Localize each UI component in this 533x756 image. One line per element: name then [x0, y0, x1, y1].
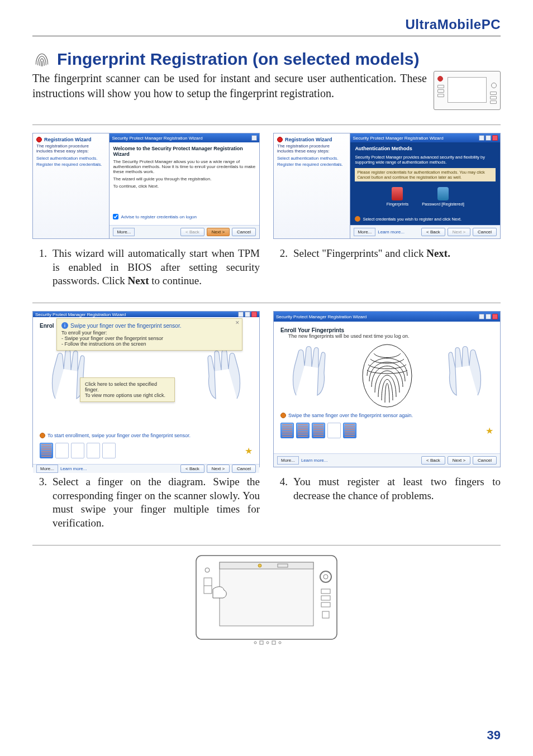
s1-body2: The wizard will guide you through the re…: [113, 176, 256, 181]
step-number: 1.: [32, 247, 53, 288]
next-button[interactable]: Next >: [448, 228, 470, 236]
cancel-button[interactable]: Cancel: [473, 228, 497, 236]
window-controls[interactable]: [479, 135, 498, 141]
star-icon: ★: [486, 425, 493, 436]
step-1: 1. This wizard will automatically start …: [32, 247, 260, 288]
s2-sidebar-item: Select authentication methods.: [277, 156, 346, 161]
step-text: Select "Fingerprints" and click: [293, 247, 426, 259]
svg-rect-18: [272, 641, 275, 644]
window-controls[interactable]: [479, 314, 498, 319]
step-3: 3. Select a finger on the diagram. Swipe…: [32, 475, 260, 530]
fingerprint-icon: [392, 187, 403, 200]
s3-start-hint: To start enrollment, swipe your finger o…: [47, 433, 191, 438]
s1-sidebar-sub: The registration procedure includes thes…: [36, 143, 106, 154]
intro-paragraph: The fingerprint scanner can be used for …: [32, 71, 427, 101]
s2-sidebar-sub: The registration procedure includes thes…: [277, 143, 346, 154]
s2-select-hint: Select credentials you wish to register …: [363, 217, 461, 222]
step-bold: Next: [128, 275, 149, 286]
header-rule: [32, 36, 501, 36]
window-controls[interactable]: [251, 135, 257, 141]
step-number: 3.: [32, 475, 53, 530]
divider-3: [32, 545, 501, 546]
screenshot-step-2: Registration Wizard The registration pro…: [273, 133, 501, 239]
doc-title: UltraMobilePC: [32, 17, 501, 32]
back-button[interactable]: < Back: [421, 228, 445, 236]
cancel-button[interactable]: Cancel: [473, 456, 497, 465]
svg-rect-2: [220, 562, 313, 626]
enrolling-fingerprint: [356, 342, 418, 409]
info-icon: i: [61, 322, 68, 329]
more-button[interactable]: More...: [354, 228, 375, 236]
s1-advise-checkbox[interactable]: Advise to register credentials on logon: [113, 214, 256, 219]
key-icon: [437, 187, 449, 200]
svg-rect-16: [260, 641, 263, 644]
progress-slots: ★: [280, 423, 493, 438]
page-number: 39: [487, 728, 501, 743]
next-button[interactable]: Next >: [448, 456, 470, 465]
more-button[interactable]: More...: [277, 456, 299, 465]
s1-body1: The Security Protect Manager allows you …: [113, 159, 256, 174]
step-number: 4.: [273, 475, 293, 503]
step-2: 2. Select "Fingerprints" and click Next.: [273, 247, 501, 261]
cancel-button[interactable]: Cancel: [232, 228, 256, 236]
fingerprints-option[interactable]: Fingerprints: [387, 187, 409, 207]
password-option[interactable]: Password [Registered]: [422, 187, 464, 207]
next-button[interactable]: Next >: [207, 228, 230, 236]
tooltip2-line: To view more options use right click.: [85, 393, 170, 398]
s2-sidebar-item: Register the required credentials.: [277, 162, 346, 167]
screenshot-step-3: Security Protect Manager Registration Wi…: [32, 311, 260, 467]
svg-point-4: [258, 564, 261, 567]
svg-rect-3: [220, 562, 313, 569]
step-text-after: to continue.: [149, 275, 202, 286]
fp-option-label: Fingerprints: [387, 202, 409, 207]
more-button[interactable]: More...: [36, 465, 58, 473]
tooltip-close-icon[interactable]: ✕: [235, 320, 240, 326]
section-title-text: Fingerprint Registration (on selected mo…: [57, 50, 419, 69]
step-text: You must register at least two fingers t…: [293, 476, 501, 501]
s3-window-title: Security Protect Manager Registration Wi…: [35, 312, 126, 317]
next-button[interactable]: Next >: [207, 465, 230, 473]
s1-sidebar-item: Register the required credentials.: [36, 162, 106, 167]
s4-title: Enroll Your Fingerprints: [280, 327, 493, 333]
step-4: 4. You must register at least two finger…: [273, 475, 501, 503]
learn-more-link[interactable]: Learn more...: [301, 458, 328, 463]
s2-window-title: Security Protect Manager Registration Wi…: [353, 136, 443, 141]
s2-auth-title: Authentication Methods: [355, 146, 496, 151]
back-button[interactable]: < Back: [421, 456, 445, 465]
pw-option-label: Password [Registered]: [422, 202, 464, 207]
svg-point-19: [279, 642, 281, 644]
right-hand-diagram[interactable]: [199, 346, 248, 403]
s1-sidebar-title: Registration Wizard: [44, 137, 91, 142]
back-button[interactable]: < Back: [180, 228, 204, 236]
star-icon: ★: [245, 446, 253, 456]
tooltip-line: - Swipe your finger over the fingerprint…: [61, 336, 237, 341]
divider-1: [32, 125, 501, 125]
s1-sidebar-item: Select authentication methods.: [36, 156, 106, 161]
select-finger-tooltip: Click here to select the specified finge…: [80, 377, 175, 402]
learn-more-link[interactable]: Learn more...: [60, 466, 87, 471]
info-icon: [355, 216, 360, 222]
section-title: Fingerprint Registration (on selected mo…: [32, 50, 501, 69]
tooltip-title: Swipe your finger over the fingerprint s…: [70, 323, 181, 329]
screenshot-step-4: Security Protect Manager Registration Wi…: [273, 311, 501, 467]
window-controls[interactable]: [238, 312, 257, 317]
screenshot-step-1: Registration Wizard The registration pro…: [32, 133, 260, 239]
s4-window-title: Security Protect Manager Registration Wi…: [276, 314, 367, 319]
s1-checkbox-label: Advise to register credentials on logon: [121, 214, 197, 219]
back-button[interactable]: < Back: [180, 465, 204, 473]
s2-auth-sub: Security Protect Manager provides advanc…: [355, 155, 496, 165]
tooltip-lead: To enroll your finger:: [61, 330, 237, 336]
more-button[interactable]: More...: [113, 228, 135, 236]
divider-2: [32, 303, 501, 303]
device-thumbnail: [434, 71, 501, 110]
hint-icon: [280, 413, 286, 418]
right-hand-diagram[interactable]: [440, 342, 489, 409]
step-text: Select a finger on the diagram. Swipe th…: [53, 476, 260, 529]
cancel-button[interactable]: Cancel: [232, 465, 256, 473]
s1-headline: Welcome to the Security Protect Manager …: [113, 146, 256, 157]
s2-hint: Please register credentials for authenti…: [355, 168, 496, 181]
s4-sub: The new fingerprints will be used next t…: [288, 333, 493, 339]
left-hand-diagram[interactable]: [285, 342, 334, 409]
svg-point-15: [254, 642, 256, 644]
learn-more-link[interactable]: Learn more...: [378, 229, 404, 235]
